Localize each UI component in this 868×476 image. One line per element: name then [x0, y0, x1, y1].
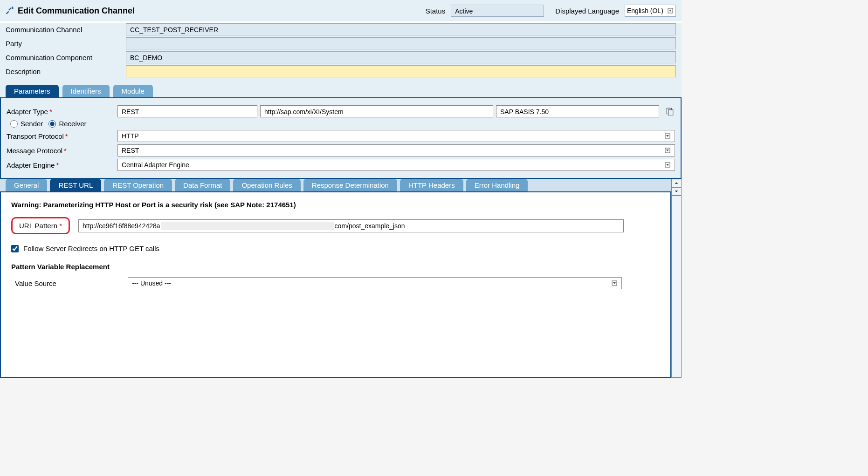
follow-redirects-checkbox[interactable]: Follow Server Redirects on HTTP GET call… — [11, 245, 660, 252]
tab-general[interactable]: General — [6, 179, 47, 191]
language-label: Displayed Language — [555, 7, 619, 15]
copy-icon[interactable] — [665, 106, 675, 116]
adapter-version-field[interactable]: SAP BASIS 7.50 — [496, 105, 659, 117]
value-source-label: Value Source — [11, 279, 128, 287]
tab-identifiers[interactable]: Identifiers — [62, 85, 110, 97]
tab-http-headers[interactable]: HTTP Headers — [400, 179, 463, 191]
adapter-engine-label: Adapter Engine* — [7, 161, 115, 169]
wrench-icon — [6, 6, 15, 15]
warning-text: Warning: Parameterizing HTTP Host or Por… — [11, 201, 660, 209]
svg-rect-3 — [668, 110, 673, 116]
redacted-segment — [161, 222, 334, 230]
tab-data-format[interactable]: Data Format — [175, 179, 230, 191]
adapter-type-label: Adapter Type* — [7, 108, 115, 116]
pattern-var-replacement-label: Pattern Variable Replacement — [11, 263, 660, 271]
message-protocol-label: Message Protocol* — [7, 147, 115, 155]
comm-channel-field: CC_TEST_POST_RECEIVER — [126, 23, 676, 35]
scroll-down-button[interactable] — [671, 187, 682, 196]
description-field[interactable] — [126, 65, 676, 77]
url-pattern-label: URL Pattern * — [11, 217, 70, 234]
tab-response-determination[interactable]: Response Determination — [303, 179, 397, 191]
adapter-namespace-field[interactable]: http://sap.com/xi/XI/System — [260, 105, 493, 117]
comm-component-label: Communication Component — [6, 54, 126, 61]
tab-parameters[interactable]: Parameters — [6, 85, 59, 97]
sender-radio[interactable]: Sender — [10, 120, 43, 128]
scrollbar-track[interactable] — [671, 196, 682, 378]
language-dropdown[interactable]: English (OL) — [625, 5, 676, 17]
chevron-down-icon — [664, 147, 671, 154]
tab-rest-url[interactable]: REST URL — [50, 179, 101, 191]
chevron-down-icon — [664, 133, 671, 139]
chevron-down-icon — [611, 280, 618, 286]
status-label: Status — [426, 7, 446, 15]
tab-operation-rules[interactable]: Operation Rules — [233, 179, 300, 191]
comm-channel-label: Communication Channel — [6, 26, 126, 34]
value-source-dropdown[interactable]: --- Unused --- — [128, 277, 622, 289]
transport-protocol-dropdown[interactable]: HTTP — [117, 130, 675, 142]
language-value: English (OL) — [627, 6, 663, 16]
transport-protocol-label: Transport Protocol* — [7, 132, 115, 140]
comm-component-field: BC_DEMO — [126, 51, 676, 63]
party-label: Party — [6, 40, 126, 48]
page-title: Edit Communication Channel — [18, 6, 135, 16]
receiver-radio[interactable]: Receiver — [48, 120, 86, 128]
adapter-engine-dropdown[interactable]: Central Adapter Engine — [117, 159, 675, 171]
tab-rest-operation[interactable]: REST Operation — [104, 179, 172, 191]
message-protocol-dropdown[interactable]: REST — [117, 144, 675, 156]
chevron-down-icon — [667, 7, 674, 14]
tab-error-handling[interactable]: Error Handling — [466, 179, 528, 191]
party-field — [126, 37, 676, 49]
tab-module[interactable]: Module — [113, 85, 153, 97]
scroll-up-button[interactable] — [671, 179, 682, 187]
description-label: Description — [6, 68, 126, 75]
chevron-down-icon — [664, 162, 671, 168]
adapter-type-field[interactable]: REST — [117, 105, 257, 117]
url-pattern-input[interactable]: http://ce96f16f88e942428a com/post_examp… — [78, 219, 624, 232]
status-field: Active — [451, 5, 544, 17]
svg-point-0 — [12, 7, 13, 9]
